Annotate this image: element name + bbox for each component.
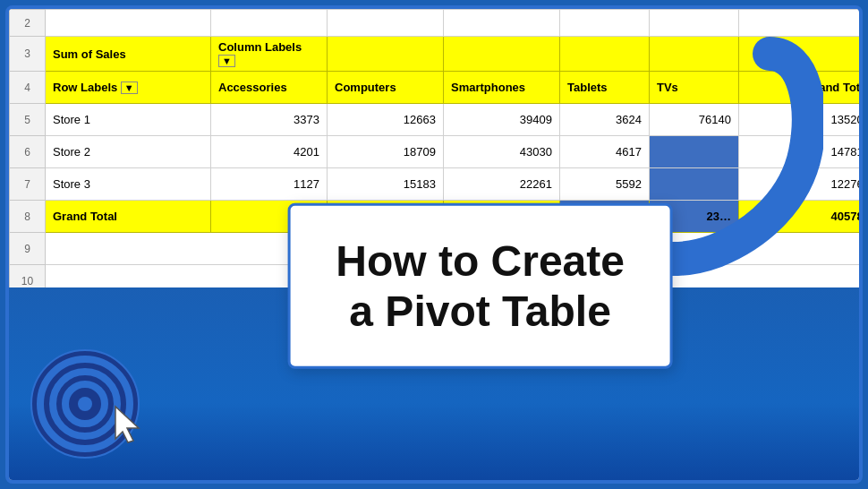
column-labels-dropdown[interactable]: ▼ bbox=[218, 55, 235, 67]
column-labels-text: Column Labels bbox=[218, 40, 302, 54]
row-num-3: 3 bbox=[10, 37, 46, 72]
store2-smartphones: 43030 bbox=[444, 136, 560, 168]
column-labels-cell: Column Labels ▼ bbox=[211, 37, 328, 72]
store2-computers: 18709 bbox=[328, 136, 444, 168]
grand-total-label: Grand Total bbox=[46, 201, 211, 233]
row-num-2: 2 bbox=[10, 10, 46, 37]
main-container: 2 3 Sum of Sales Column Labels ▼ bbox=[5, 5, 863, 484]
store1-computers: 12663 bbox=[328, 104, 444, 136]
target-svg bbox=[27, 346, 143, 462]
store3-label: Store 3 bbox=[46, 168, 211, 201]
store3-accessories: 1127 bbox=[211, 168, 328, 201]
cursor-icon bbox=[112, 405, 144, 444]
svg-marker-7 bbox=[115, 407, 139, 442]
store2-accessories: 4201 bbox=[211, 136, 328, 168]
col-computers: Computers bbox=[328, 72, 444, 104]
store1-label: Store 1 bbox=[46, 104, 211, 136]
row-labels-dropdown[interactable]: ▼ bbox=[121, 82, 138, 94]
col-smartphones: Smartphones bbox=[444, 72, 560, 104]
row-num-8: 8 bbox=[10, 201, 46, 233]
center-overlay-box: How to Create a Pivot Table bbox=[288, 203, 673, 369]
store1-accessories: 3373 bbox=[211, 104, 328, 136]
center-title-line2: a Pivot Table bbox=[349, 286, 611, 335]
row-labels-cell: Row Labels ▼ bbox=[46, 72, 211, 104]
store2-label: Store 2 bbox=[46, 136, 211, 168]
row-num-7: 7 bbox=[10, 168, 46, 201]
sum-of-sales-label: Sum of Sales bbox=[46, 37, 211, 72]
center-title-line1: How to Create bbox=[336, 236, 625, 286]
bullseye-icon bbox=[27, 346, 143, 462]
row-num-4: 4 bbox=[10, 72, 46, 104]
store1-smartphones: 39409 bbox=[444, 104, 560, 136]
row-labels-text: Row Labels bbox=[53, 81, 121, 94]
store3-computers: 15183 bbox=[328, 168, 444, 201]
col-accessories: Accessories bbox=[211, 72, 328, 104]
row-num-5: 5 bbox=[10, 104, 46, 136]
store3-smartphones: 22261 bbox=[444, 168, 560, 201]
row-num-6: 6 bbox=[10, 136, 46, 168]
table-row: 2 bbox=[10, 10, 864, 37]
mouse-cursor-svg bbox=[112, 405, 144, 444]
svg-point-6 bbox=[78, 397, 92, 411]
